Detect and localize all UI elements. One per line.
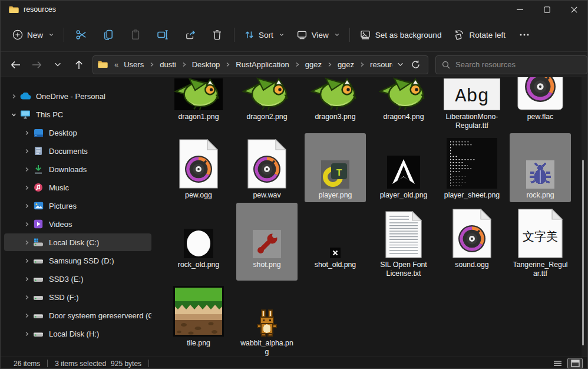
file-tile[interactable]: dragon4.png [373, 77, 434, 133]
file-tile[interactable]: dragon3.png [305, 77, 366, 133]
chevron-right-icon[interactable] [22, 149, 31, 154]
rotate-left-icon [453, 29, 465, 41]
large-icons-view-toggle[interactable] [567, 358, 583, 369]
file-tile[interactable]: pew.ogg [168, 133, 229, 202]
refresh-button[interactable] [408, 57, 423, 73]
address-bar[interactable]: « UsersdustiDesktopRustApplicationggezgg… [93, 55, 428, 74]
breadcrumb-overflow[interactable]: « [113, 60, 120, 69]
share-button[interactable] [177, 24, 204, 46]
close-button[interactable] [560, 1, 587, 18]
vertical-scrollbar[interactable] [582, 77, 584, 357]
chevron-right-icon[interactable] [22, 258, 31, 263]
sidebar-item-onedrive[interactable]: OneDrive - Personal [4, 87, 151, 105]
sort-button[interactable]: Sort [238, 24, 290, 46]
file-tile[interactable]: player_old.png [373, 133, 434, 202]
chevron-right-icon[interactable] [22, 222, 31, 227]
chevron-right-icon[interactable] [22, 295, 31, 300]
up-button[interactable] [69, 55, 89, 74]
sidebar-item-disk-d[interactable]: Samsung SSD (D:) [4, 252, 151, 269]
breadcrumb-chevron-icon[interactable] [224, 62, 231, 67]
sidebar-item-music[interactable]: Music [4, 179, 151, 196]
audio-doc-thumbnail [239, 138, 295, 189]
breadcrumb-item[interactable]: Desktop [189, 58, 224, 71]
sidebar-item-disk-e[interactable]: SSD3 (E:) [4, 270, 151, 288]
breadcrumb-chevron-icon[interactable] [294, 62, 300, 67]
new-button[interactable]: New [6, 24, 60, 46]
minimize-button[interactable] [506, 1, 533, 18]
sidebar-item-disk-f[interactable]: SSD (F:) [4, 288, 151, 306]
forward-button[interactable] [27, 55, 47, 74]
search-input[interactable] [455, 60, 581, 69]
scrollbar-thumb[interactable] [582, 160, 584, 345]
file-tile[interactable]: SIL Open Font License.txt [373, 203, 434, 281]
file-tile[interactable]: rock_old.png [168, 203, 229, 281]
breadcrumb-chevron-icon[interactable] [181, 62, 187, 67]
chevron-right-icon[interactable] [22, 203, 31, 209]
details-view-toggle[interactable] [550, 358, 565, 369]
breadcrumb-item[interactable]: dusti [156, 58, 179, 71]
chevron-down-icon[interactable] [9, 112, 18, 117]
copy-button[interactable] [95, 24, 122, 46]
file-tile[interactable]: AbgLiberationMono-Regular.ttf [441, 77, 503, 133]
chevron-right-icon[interactable] [22, 276, 31, 282]
breadcrumb-item[interactable]: resources [366, 58, 392, 71]
rename-button[interactable] [149, 24, 177, 46]
file-tile[interactable]: dragon1.png [168, 77, 229, 133]
address-dropdown-chevron[interactable] [392, 57, 408, 73]
file-tile[interactable]: player_sheet.png [441, 133, 503, 202]
sidebar-item-videos[interactable]: Videos [4, 215, 151, 233]
paste-button[interactable] [122, 24, 149, 46]
file-tile[interactable]: shot.png [236, 203, 298, 281]
breadcrumb-item[interactable]: RustApplication [232, 58, 292, 71]
file-tile[interactable]: Tplayer.png [305, 133, 366, 202]
sidebar-item-documents[interactable]: Documents [4, 142, 151, 160]
window-tab[interactable]: resources [1, 5, 56, 14]
chevron-right-icon[interactable] [22, 313, 31, 318]
copy-icon [103, 29, 114, 41]
file-tile[interactable]: wabbit_alpha.png [236, 281, 298, 357]
sidebar-item-downloads[interactable]: Downloads [4, 160, 151, 178]
file-list-area[interactable]: dragon1.pngdragon2.pngdragon3.pngdragon4… [155, 77, 582, 357]
file-tile[interactable]: dragon2.png [236, 77, 298, 133]
file-tile[interactable]: pew.wav [236, 133, 298, 202]
sidebar-item-label: Desktop [49, 129, 77, 137]
file-tile[interactable]: shot_old.png [305, 203, 366, 281]
sidebar-item-pictures[interactable]: Pictures [4, 197, 151, 215]
breadcrumb-chevron-icon[interactable] [148, 62, 155, 67]
view-button[interactable]: View [290, 24, 346, 46]
more-options-button[interactable] [511, 24, 537, 46]
recent-locations-chevron[interactable] [48, 55, 68, 74]
breadcrumb-chevron-icon[interactable] [326, 62, 333, 67]
file-tile[interactable]: pew.flac [510, 77, 571, 133]
sidebar-item-disk-g[interactable]: Door systeem gereserveerd (G:) [4, 307, 151, 324]
breadcrumb-item[interactable]: ggez [334, 58, 358, 71]
cut-button[interactable] [68, 24, 95, 46]
sidebar-item-desktop[interactable]: Desktop [4, 124, 151, 141]
sidebar-item-disk-c[interactable]: Local Disk (C:) [4, 233, 151, 251]
file-tile[interactable]: sound.ogg [441, 203, 503, 281]
breadcrumb-item[interactable]: Users [120, 58, 147, 71]
sidebar-item-disk-h[interactable]: Local Disk (H:) [4, 325, 151, 342]
chevron-right-icon[interactable] [22, 167, 31, 172]
file-tile[interactable]: rock.png [510, 133, 571, 202]
chevron-right-icon[interactable] [22, 130, 31, 136]
view-button-label: View [312, 31, 329, 39]
title-bar: resources [1, 1, 587, 18]
chevron-right-icon[interactable] [22, 331, 31, 337]
chevron-right-icon[interactable] [22, 185, 31, 190]
file-tile[interactable]: 文字美Tangerine_Regular.ttf [510, 203, 571, 281]
breadcrumb-chevron-icon[interactable] [359, 62, 365, 67]
chevron-right-icon[interactable] [9, 94, 18, 99]
file-explorer-window: resources New Sort View [0, 0, 588, 369]
rotate-left-button[interactable]: Rotate left [447, 24, 511, 46]
delete-button[interactable] [204, 24, 230, 46]
chevron-right-icon[interactable] [22, 240, 31, 245]
file-label: SIL Open Font License.txt [375, 261, 432, 278]
file-tile[interactable]: tile.png [168, 281, 229, 357]
maximize-button[interactable] [533, 1, 560, 18]
breadcrumb-item[interactable]: ggez [302, 58, 325, 71]
sidebar-item-this-pc[interactable]: This PC [4, 106, 151, 123]
set-as-background-button[interactable]: Set as background [354, 24, 448, 46]
back-button[interactable] [5, 55, 25, 74]
white-circle-thumbnail [170, 207, 227, 258]
